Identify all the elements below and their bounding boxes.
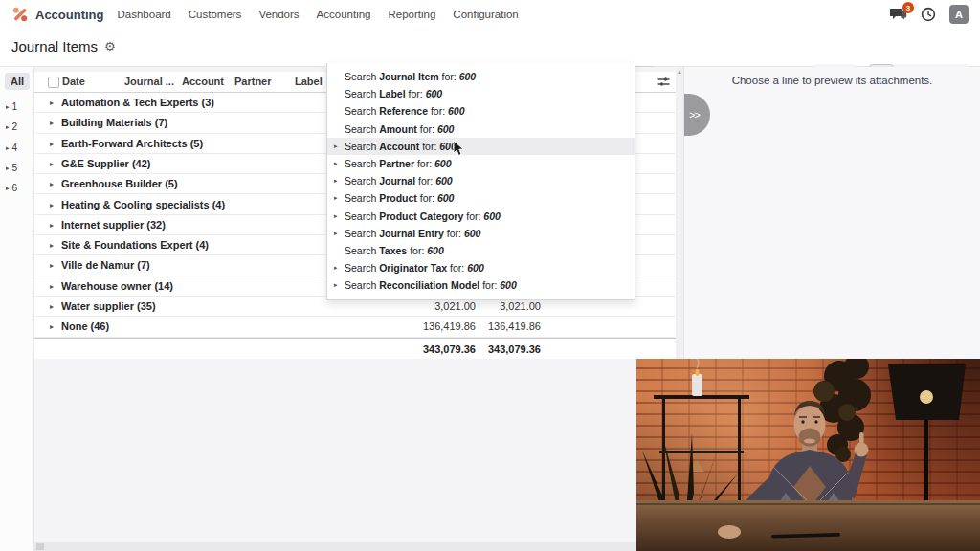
- dropdown-item-journal-item[interactable]: Search Journal Item for: 600: [327, 68, 635, 85]
- unread-badge: 3: [902, 2, 914, 13]
- expand-caret-icon: ▸: [50, 140, 54, 148]
- caret-icon: ▸: [6, 103, 10, 111]
- messages-button[interactable]: 3: [890, 7, 907, 22]
- mouse-cursor: [453, 140, 465, 157]
- dropdown-item-partner[interactable]: ▸Search Partner for: 600: [327, 155, 635, 172]
- dropdown-item-product[interactable]: ▸Search Product for: 600: [327, 189, 635, 207]
- col-header-journal[interactable]: Journal ...: [124, 76, 174, 87]
- line-expander[interactable]: ▸5: [6, 163, 17, 173]
- nav-item-accounting[interactable]: Accounting: [317, 9, 371, 20]
- dropdown-item-journal-entry[interactable]: ▸Search Journal Entry for: 600: [327, 225, 635, 242]
- line-expander[interactable]: ▸2: [6, 121, 17, 132]
- nav-item-vendors[interactable]: Vendors: [258, 9, 299, 20]
- video-scene: [636, 359, 980, 551]
- select-all-checkbox[interactable]: [48, 77, 59, 88]
- scroll-up-icon: ▲: [676, 69, 683, 75]
- horizontal-scrollbar[interactable]: [34, 542, 676, 551]
- col-header-date[interactable]: Date: [62, 76, 85, 87]
- expand-caret-icon: ▸: [50, 302, 54, 311]
- top-navbar: Accounting Dashboard Customers Vendors A…: [0, 0, 980, 29]
- expand-caret-icon: ▸: [50, 261, 54, 270]
- select-all-lines[interactable]: All: [5, 73, 30, 90]
- app-title: Accounting: [35, 8, 104, 22]
- caret-icon: ▸: [6, 144, 10, 152]
- expand-caret-icon: ▸: [50, 99, 54, 107]
- caret-icon: ▸: [6, 123, 10, 131]
- line-expander[interactable]: ▸6: [6, 183, 17, 193]
- line-expander[interactable]: ▸1: [6, 101, 17, 112]
- expand-caret-icon: ▸: [50, 322, 54, 331]
- dropdown-item-account[interactable]: ▸Search Account for: 600: [327, 138, 635, 155]
- dropdown-item-reference[interactable]: Search Reference for: 600: [327, 102, 635, 120]
- expand-caret-icon: ▸: [50, 119, 54, 127]
- activities-clock-icon[interactable]: [921, 7, 936, 22]
- navbar-systray: 3 A: [890, 5, 969, 24]
- accounting-app-icon: [11, 6, 29, 23]
- nav-item-reporting[interactable]: Reporting: [388, 9, 435, 20]
- control-panel: Journal Items ⚙ Posted ✕: [0, 29, 980, 67]
- nav-item-configuration[interactable]: Configuration: [453, 9, 518, 20]
- expand-caret-icon: ▸: [50, 241, 54, 250]
- col-header-label[interactable]: Label: [295, 76, 323, 87]
- dropdown-item-label[interactable]: Search Label for: 600: [327, 85, 635, 102]
- expand-caret-icon: ▸: [50, 180, 54, 188]
- user-avatar[interactable]: A: [949, 5, 969, 24]
- main-menu: Dashboard Customers Vendors Accounting R…: [118, 9, 519, 20]
- total-credit: 343,079.36: [488, 343, 541, 355]
- caret-icon: ▸: [6, 185, 10, 192]
- search-dropdown: Search Journal Item for: 600 Search Labe…: [326, 63, 635, 300]
- line-number-strip: All ▸1 ▸2 ▸4 ▸5 ▸6: [0, 67, 34, 551]
- dropdown-item-taxes[interactable]: Search Taxes for: 600: [327, 242, 635, 259]
- optional-columns-icon[interactable]: [657, 77, 670, 89]
- page-title: Journal Items: [11, 38, 98, 55]
- total-row: 343,079.36 343,079.36: [34, 338, 676, 359]
- attachment-hint: Choose a line to preview its attachments…: [684, 75, 980, 86]
- floor-lamp: [888, 364, 966, 511]
- total-debit: 343,079.36: [423, 343, 476, 355]
- dropdown-item-reconciliation-model[interactable]: ▸Search Reconciliation Model for: 600: [327, 276, 635, 294]
- expand-caret-icon: ▸: [50, 201, 54, 209]
- action-gear-icon[interactable]: ⚙: [104, 39, 116, 54]
- dropdown-item-amount[interactable]: Search Amount for: 600: [327, 121, 635, 138]
- expand-caret-icon: ▸: [50, 282, 54, 291]
- expand-caret-icon: ▸: [50, 160, 54, 168]
- page: Accounting Dashboard Customers Vendors A…: [0, 0, 980, 551]
- desk: [636, 500, 980, 551]
- candle: [692, 359, 702, 396]
- dropdown-item-product-category[interactable]: ▸Search Product Category for: 600: [327, 208, 635, 225]
- shelf: [654, 395, 749, 504]
- app-brand[interactable]: Accounting: [11, 6, 104, 23]
- line-expander[interactable]: ▸4: [6, 143, 17, 153]
- caret-icon: ▸: [6, 165, 10, 172]
- group-row[interactable]: ▸None (46)136,419.86136,419.86: [34, 317, 676, 337]
- nav-item-customers[interactable]: Customers: [189, 9, 242, 20]
- presenter-video-overlay[interactable]: [636, 359, 980, 551]
- expand-caret-icon: ▸: [50, 221, 54, 230]
- dropdown-item-originator-tax[interactable]: ▸Search Originator Tax for: 600: [327, 259, 635, 276]
- nav-item-dashboard[interactable]: Dashboard: [118, 9, 171, 20]
- dropdown-item-journal[interactable]: ▸Search Journal for: 600: [327, 172, 635, 189]
- col-header-account[interactable]: Account: [182, 76, 224, 87]
- col-header-partner[interactable]: Partner: [234, 76, 272, 87]
- expand-panel-button[interactable]: >>: [684, 94, 710, 136]
